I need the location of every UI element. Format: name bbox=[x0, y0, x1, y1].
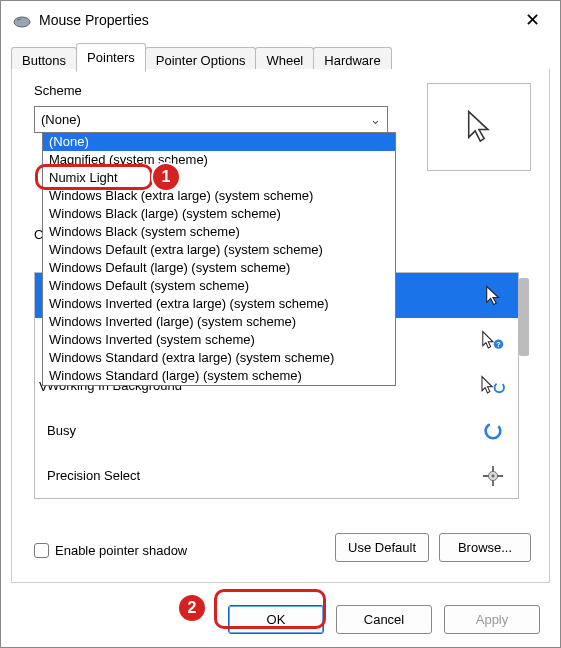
browse-button[interactable]: Browse... bbox=[439, 533, 531, 562]
listbox-scrollbar[interactable] bbox=[517, 278, 531, 498]
list-row-label: Busy bbox=[47, 423, 478, 438]
scheme-option[interactable]: Windows Standard (large) (system scheme) bbox=[43, 367, 395, 385]
svg-point-3 bbox=[495, 382, 504, 391]
scheme-option[interactable]: Windows Black (large) (system scheme) bbox=[43, 205, 395, 223]
window-title: Mouse Properties bbox=[39, 12, 510, 28]
close-button[interactable]: ✕ bbox=[510, 5, 554, 35]
svg-text:?: ? bbox=[496, 341, 500, 348]
apply-button[interactable]: Apply bbox=[444, 605, 540, 634]
pointer-shadow-label: Enable pointer shadow bbox=[55, 543, 187, 558]
cursor-action-buttons: Use Default Browse... bbox=[335, 533, 531, 562]
svg-point-4 bbox=[486, 423, 501, 438]
scheme-option[interactable]: Numix Light bbox=[43, 169, 395, 187]
chevron-down-icon: ⌄ bbox=[369, 112, 381, 127]
cancel-button[interactable]: Cancel bbox=[336, 605, 432, 634]
use-default-button[interactable]: Use Default bbox=[335, 533, 429, 562]
scheme-option[interactable]: Windows Inverted (large) (system scheme) bbox=[43, 313, 395, 331]
svg-point-0 bbox=[14, 17, 30, 27]
busy-circle-cursor-icon bbox=[478, 420, 508, 442]
scheme-option[interactable]: Windows Default (extra large) (system sc… bbox=[43, 241, 395, 259]
scheme-option[interactable]: Windows Standard (extra large) (system s… bbox=[43, 349, 395, 367]
dialog-footer: OK Cancel Apply bbox=[1, 591, 560, 647]
list-row-label: Precision Select bbox=[47, 468, 478, 483]
list-row-busy[interactable]: Busy bbox=[35, 408, 518, 453]
arrow-cursor-icon bbox=[465, 109, 493, 145]
list-row-precision[interactable]: Precision Select bbox=[35, 453, 518, 498]
arrow-help-cursor-icon: ? bbox=[478, 330, 508, 352]
pointer-shadow-checkbox[interactable] bbox=[34, 543, 49, 558]
scheme-option[interactable]: Magnified (system scheme) bbox=[43, 151, 395, 169]
svg-point-6 bbox=[492, 474, 495, 477]
scheme-option[interactable]: Windows Black (system scheme) bbox=[43, 223, 395, 241]
cursor-preview-box bbox=[427, 83, 531, 171]
arrow-cursor-icon bbox=[478, 285, 508, 307]
mouse-icon bbox=[13, 14, 31, 26]
scheme-combobox[interactable]: (None) ⌄ bbox=[34, 106, 388, 133]
tab-pointers[interactable]: Pointers bbox=[76, 43, 146, 72]
crosshair-cursor-icon bbox=[478, 465, 508, 487]
title-bar: Mouse Properties ✕ bbox=[1, 1, 560, 39]
scheme-option[interactable]: Windows Default (large) (system scheme) bbox=[43, 259, 395, 277]
scheme-selected-value: (None) bbox=[41, 112, 369, 127]
scheme-option[interactable]: Windows Default (system scheme) bbox=[43, 277, 395, 295]
pointer-shadow-row: Enable pointer shadow bbox=[34, 543, 187, 558]
scheme-option[interactable]: (None) bbox=[43, 133, 395, 151]
scheme-dropdown-list[interactable]: (None) Magnified (system scheme) Numix L… bbox=[42, 132, 396, 386]
scheme-option[interactable]: Windows Inverted (system scheme) bbox=[43, 331, 395, 349]
arrow-busy-cursor-icon bbox=[478, 375, 508, 397]
scrollbar-thumb[interactable] bbox=[519, 278, 529, 356]
ok-button[interactable]: OK bbox=[228, 605, 324, 634]
scheme-option[interactable]: Windows Black (extra large) (system sche… bbox=[43, 187, 395, 205]
scheme-option[interactable]: Windows Inverted (extra large) (system s… bbox=[43, 295, 395, 313]
